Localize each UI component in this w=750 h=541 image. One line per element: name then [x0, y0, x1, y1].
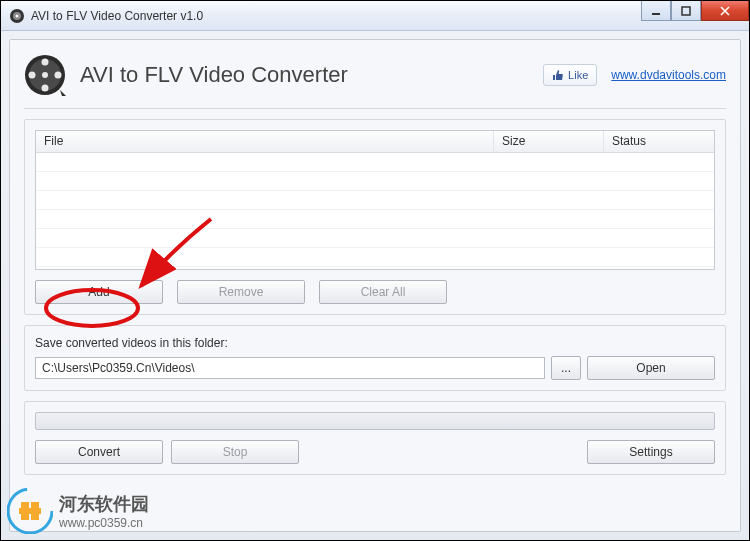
convert-button[interactable]: Convert [35, 440, 163, 464]
like-button[interactable]: Like [543, 64, 597, 86]
stop-button[interactable]: Stop [171, 440, 299, 464]
settings-button[interactable]: Settings [587, 440, 715, 464]
site-link[interactable]: www.dvdavitools.com [611, 68, 726, 82]
file-listview[interactable]: File Size Status [35, 130, 715, 270]
column-file[interactable]: File [36, 131, 494, 152]
list-row [36, 153, 714, 172]
like-label: Like [568, 69, 588, 81]
svg-rect-3 [652, 13, 660, 15]
browse-button[interactable]: ... [551, 356, 581, 380]
svg-rect-4 [682, 7, 690, 15]
list-row [36, 191, 714, 210]
clear-all-button[interactable]: Clear All [319, 280, 447, 304]
column-status[interactable]: Status [604, 131, 714, 152]
list-row [36, 210, 714, 229]
close-button[interactable] [701, 1, 749, 21]
remove-button[interactable]: Remove [177, 280, 305, 304]
client-area: AVI to FLV Video Converter Like www.dvda… [1, 31, 749, 540]
film-reel-icon [24, 54, 66, 96]
svg-point-11 [42, 72, 48, 78]
progress-bar [35, 412, 715, 430]
app-title: AVI to FLV Video Converter [80, 62, 543, 88]
svg-point-8 [42, 85, 49, 92]
filelist-group: File Size Status Add Remove Clear All [24, 119, 726, 315]
list-row [36, 172, 714, 191]
listview-body[interactable] [36, 153, 714, 270]
output-group: Save converted videos in this folder: ..… [24, 325, 726, 391]
bottom-group: Convert Stop Settings [24, 401, 726, 475]
header: AVI to FLV Video Converter Like www.dvda… [24, 52, 726, 98]
svg-point-7 [42, 59, 49, 66]
main-panel: AVI to FLV Video Converter Like www.dvda… [9, 39, 741, 532]
add-button[interactable]: Add [35, 280, 163, 304]
column-size[interactable]: Size [494, 131, 604, 152]
window-controls [641, 1, 749, 21]
file-buttons: Add Remove Clear All [35, 280, 715, 304]
svg-point-9 [29, 72, 36, 79]
list-row [36, 248, 714, 267]
separator [24, 108, 726, 109]
thumb-up-icon [552, 69, 564, 81]
titlebar: AVI to FLV Video Converter v1.0 [1, 1, 749, 31]
open-button[interactable]: Open [587, 356, 715, 380]
svg-point-10 [55, 72, 62, 79]
list-row [36, 229, 714, 248]
app-icon [9, 8, 25, 24]
svg-point-2 [16, 14, 19, 17]
listview-header: File Size Status [36, 131, 714, 153]
output-label: Save converted videos in this folder: [35, 336, 715, 350]
window-title: AVI to FLV Video Converter v1.0 [31, 9, 203, 23]
minimize-button[interactable] [641, 1, 671, 21]
output-path-input[interactable] [35, 357, 545, 379]
maximize-button[interactable] [671, 1, 701, 21]
